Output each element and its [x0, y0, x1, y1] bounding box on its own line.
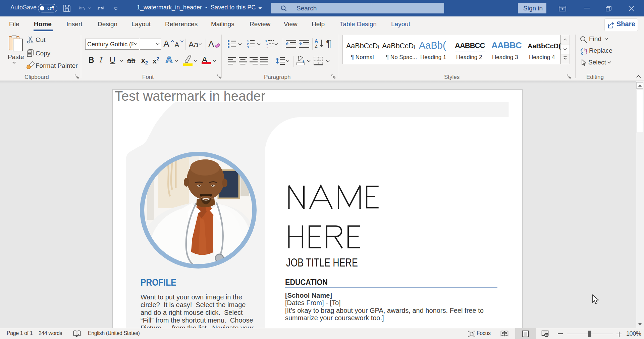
svg-text:A: A: [166, 55, 173, 65]
svg-text:i: i: [267, 45, 268, 48]
svg-text:A: A: [315, 39, 318, 44]
svg-text:Z: Z: [315, 44, 318, 49]
svg-text:3: 3: [247, 45, 249, 49]
